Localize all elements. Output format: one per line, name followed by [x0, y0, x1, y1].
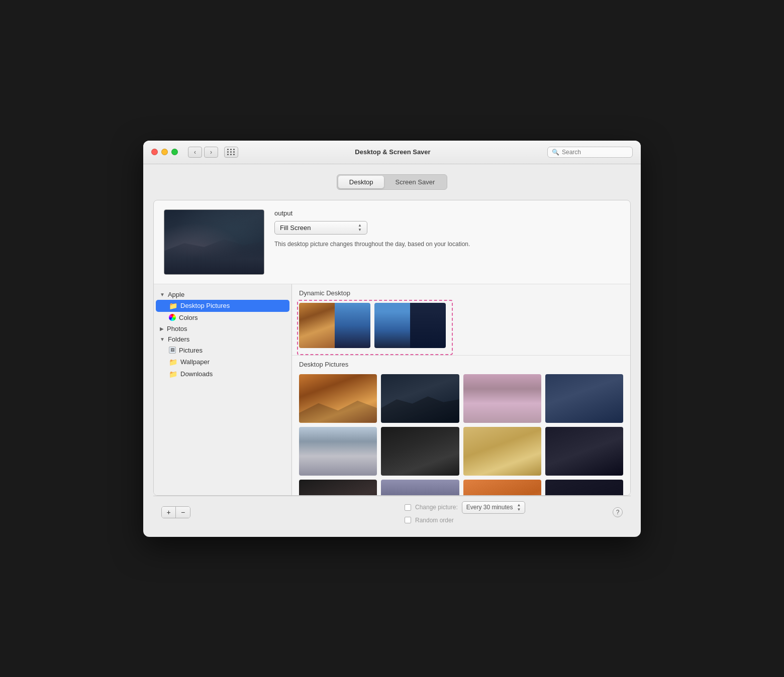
dynamic-grid: [292, 301, 630, 355]
preview-controls: output Fill Screen ▲ ▼ This desktop pict…: [274, 209, 620, 249]
interval-stepper: ▲ ▼: [517, 503, 521, 512]
sidebar: ▼ Apple 📁 Desktop Pictures Colors ▶: [154, 284, 292, 495]
arrow-down-icon: ▼: [358, 228, 362, 232]
wallpaper-thumb-9[interactable]: [299, 480, 377, 495]
split-area: ▼ Apple 📁 Desktop Pictures Colors ▶: [154, 284, 630, 495]
sidebar-item-downloads[interactable]: 📁 Downloads: [154, 368, 291, 380]
folder-icon: 📁: [169, 370, 177, 378]
back-button[interactable]: ‹: [188, 147, 202, 158]
wallpaper-preview: [164, 209, 264, 275]
sidebar-item-desktop-pictures[interactable]: 📁 Desktop Pictures: [156, 300, 289, 312]
remove-button[interactable]: −: [176, 507, 190, 518]
wallpaper-thumb-10[interactable]: [381, 480, 459, 495]
random-order-row: Random order: [405, 517, 607, 524]
tab-container: Desktop Screen Saver: [337, 174, 447, 190]
interval-label: Every 30 minutes: [466, 504, 513, 511]
title-bar: ‹ › Desktop & Screen Saver 🔍: [143, 141, 641, 164]
dynamic-thumb-1[interactable]: [299, 303, 370, 348]
sidebar-section-apple[interactable]: ▼ Apple: [154, 289, 291, 300]
arrow-up-icon: ▲: [358, 223, 362, 228]
sidebar-item-wallpaper[interactable]: 📁 Wallpaper: [154, 356, 291, 368]
stepper-arrows: ▲ ▼: [358, 223, 362, 232]
wallpaper-thumb-4[interactable]: [545, 374, 623, 423]
wallpaper-label: Wallpaper: [180, 358, 210, 366]
folder-icon: 📁: [169, 358, 177, 366]
desktop-section-label: Desktop Pictures: [292, 356, 630, 372]
arrow-icon: ▼: [160, 292, 165, 297]
grid-icon: [227, 149, 235, 155]
downloads-label: Downloads: [180, 370, 213, 378]
grid-button[interactable]: [224, 147, 238, 158]
traffic-lights: [151, 149, 178, 155]
bottom-controls: Change picture: Every 30 minutes ▲ ▼ Ran…: [405, 501, 607, 524]
inner-panel: output Fill Screen ▲ ▼ This desktop pict…: [153, 200, 631, 496]
arrow-icon: ▶: [160, 326, 164, 331]
fill-screen-label: Fill Screen: [280, 224, 311, 232]
minimize-button[interactable]: [161, 149, 168, 155]
search-box[interactable]: 🔍: [547, 147, 633, 158]
wallpaper-thumb-6[interactable]: [381, 427, 459, 476]
interval-down-icon: ▼: [517, 508, 521, 512]
folders-label: Folders: [168, 335, 189, 343]
wallpaper-thumb-12[interactable]: [545, 480, 623, 495]
dynamic-section-label: Dynamic Desktop: [292, 284, 630, 301]
add-button[interactable]: +: [162, 507, 176, 518]
random-order-label: Random order: [415, 517, 454, 524]
content-area: Desktop Screen Saver output Fill Screen …: [143, 164, 641, 537]
photos-label: Photos: [167, 325, 187, 332]
description-text: This desktop picture changes throughout …: [274, 240, 516, 249]
tab-bar: Desktop Screen Saver: [153, 174, 631, 190]
interval-select[interactable]: Every 30 minutes ▲ ▼: [462, 501, 526, 514]
search-icon: 🔍: [552, 149, 559, 156]
dynamic-thumb2-night: [410, 303, 446, 348]
grid-area: Dynamic Desktop: [292, 284, 630, 495]
wallpaper-thumb-2[interactable]: [381, 374, 459, 423]
pictures-icon: 🖼: [169, 347, 176, 354]
wallpaper-thumb-3[interactable]: [463, 374, 541, 423]
wallpaper-thumb-11[interactable]: [463, 480, 541, 495]
help-button[interactable]: ?: [613, 507, 623, 517]
dynamic-thumb-2[interactable]: [374, 303, 446, 348]
wallpaper-grid: [292, 372, 630, 495]
maximize-button[interactable]: [171, 149, 178, 155]
wallpaper-thumb-1[interactable]: [299, 374, 377, 423]
wallpaper-thumb-5[interactable]: [299, 427, 377, 476]
change-picture-row: Change picture: Every 30 minutes ▲ ▼: [405, 501, 607, 514]
desktop-pictures-label: Desktop Pictures: [180, 302, 230, 309]
apple-label: Apple: [168, 291, 184, 298]
main-window: ‹ › Desktop & Screen Saver 🔍 Desktop Scr…: [143, 141, 641, 537]
color-wheel-icon: [169, 314, 176, 321]
output-label: output: [274, 209, 620, 217]
preview-image-inner: [164, 210, 264, 274]
bottom-bar: + − Change picture: Every 30 minutes ▲ ▼: [153, 496, 631, 529]
change-picture-label: Change picture:: [415, 504, 458, 511]
sidebar-section-photos[interactable]: ▶ Photos: [154, 323, 291, 334]
desktop-pictures-section: Desktop Pictures: [292, 356, 630, 495]
sidebar-section-folders[interactable]: ▼ Folders: [154, 334, 291, 345]
arrow-icon: ▼: [160, 336, 165, 342]
random-order-checkbox[interactable]: [405, 517, 411, 523]
window-title: Desktop & Screen Saver: [244, 148, 541, 156]
pictures-label: Pictures: [179, 347, 203, 354]
colors-label: Colors: [179, 314, 198, 321]
dynamic-section: Dynamic Desktop: [292, 284, 630, 356]
search-input[interactable]: [562, 149, 628, 156]
tab-screensaver[interactable]: Screen Saver: [384, 176, 446, 188]
sidebar-item-pictures[interactable]: 🖼 Pictures: [154, 345, 291, 356]
folder-icon: 📁: [169, 302, 177, 310]
sidebar-item-colors[interactable]: Colors: [154, 312, 291, 323]
preview-area: output Fill Screen ▲ ▼ This desktop pict…: [154, 200, 630, 284]
change-picture-checkbox[interactable]: [405, 504, 411, 511]
wallpaper-thumb-8[interactable]: [545, 427, 623, 476]
fill-screen-select[interactable]: Fill Screen ▲ ▼: [274, 221, 367, 235]
close-button[interactable]: [151, 149, 158, 155]
tab-desktop[interactable]: Desktop: [338, 176, 384, 188]
interval-up-icon: ▲: [517, 503, 521, 507]
dynamic-thumb2-day: [374, 303, 410, 348]
nav-buttons: ‹ ›: [188, 147, 218, 158]
add-remove-buttons: + −: [161, 506, 190, 518]
dynamic-thumb-night: [335, 303, 370, 348]
wallpaper-thumb-7[interactable]: [463, 427, 541, 476]
dynamic-thumb-day: [299, 303, 335, 348]
forward-button[interactable]: ›: [204, 147, 218, 158]
